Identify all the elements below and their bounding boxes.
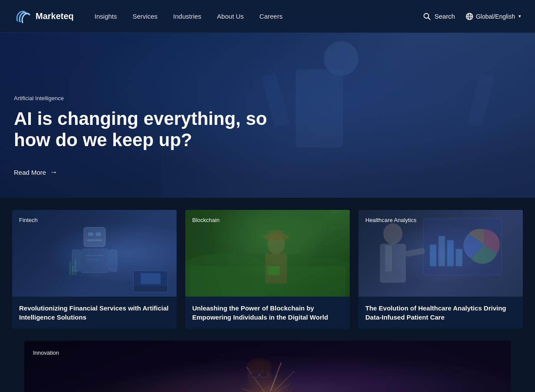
svg-rect-32	[447, 240, 454, 266]
card-fintech-image: Fintech	[12, 210, 177, 297]
svg-rect-10	[87, 239, 102, 241]
svg-rect-54	[249, 389, 270, 392]
card-healthcare-tag: Healthcare Analytics	[365, 217, 417, 223]
search-button[interactable]: Search	[423, 13, 455, 20]
nav-item-services[interactable]: Services	[133, 13, 158, 20]
svg-rect-36	[380, 244, 406, 283]
card-blockchain[interactable]: Blockchain Unleashing the Power of Block…	[185, 210, 350, 329]
cards-section: Fintech Revolutionizing Financial Servic…	[0, 198, 535, 341]
svg-rect-9	[96, 232, 101, 236]
svg-rect-27	[270, 231, 283, 238]
nav-link-services[interactable]: Services	[133, 13, 158, 20]
svg-point-35	[384, 223, 403, 244]
card-healthcare-image: Healthcare Analytics	[358, 210, 523, 297]
svg-rect-16	[69, 262, 71, 275]
card-blockchain-tag: Blockchain	[192, 217, 220, 223]
card-fintech-title: Revolutionizing Financial Services with …	[12, 297, 177, 329]
card-fintech-tag: Fintech	[19, 217, 38, 223]
hero-section: Artificial Intelligence AI is changing e…	[0, 33, 535, 198]
svg-rect-18	[75, 260, 76, 275]
nav-link-industries[interactable]: Industries	[173, 13, 201, 20]
logo-icon	[14, 9, 31, 24]
nav-item-industries[interactable]: Industries	[173, 13, 201, 20]
svg-rect-28	[268, 266, 280, 275]
nav-links: Insights Services Industries About Us Ca…	[95, 13, 423, 20]
innovation-card[interactable]: Innovation	[24, 341, 511, 392]
svg-rect-15	[109, 250, 117, 271]
nav-right: Search Global/English ▾	[423, 13, 521, 20]
language-label: Global/English	[476, 13, 515, 20]
svg-rect-8	[88, 232, 93, 236]
search-label: Search	[434, 13, 455, 20]
card-blockchain-image: Blockchain	[185, 210, 350, 297]
nav-item-careers[interactable]: Careers	[259, 13, 282, 20]
read-more-text: Read More	[14, 169, 46, 176]
navbar: Marketeq Insights Services Industries Ab…	[0, 0, 535, 33]
language-selector[interactable]: Global/English ▾	[466, 13, 521, 20]
svg-point-53	[247, 358, 272, 374]
card-fintech[interactable]: Fintech Revolutionizing Financial Servic…	[12, 210, 177, 329]
brand-name: Marketeq	[36, 11, 74, 21]
nav-item-about[interactable]: About Us	[217, 13, 244, 20]
svg-rect-31	[439, 236, 445, 266]
search-icon	[423, 13, 431, 20]
card-blockchain-title: Unleashing the Power of Blockchain by Em…	[185, 297, 350, 329]
globe-icon	[466, 13, 473, 20]
nav-link-careers[interactable]: Careers	[259, 13, 282, 20]
svg-rect-17	[72, 266, 74, 275]
nav-link-about[interactable]: About Us	[217, 13, 244, 20]
svg-rect-38	[405, 248, 426, 257]
read-more-link[interactable]: Read More →	[14, 168, 274, 177]
nav-link-insights[interactable]: Insights	[95, 13, 117, 20]
arrow-right-icon: →	[49, 168, 57, 177]
svg-rect-30	[430, 245, 437, 266]
hero-category-tag: Artificial Intelligence	[14, 95, 274, 101]
logo[interactable]: Marketeq	[14, 9, 74, 24]
hero-person-figure	[268, 33, 455, 198]
chevron-down-icon: ▾	[519, 13, 521, 19]
hero-content: Artificial Intelligence AI is changing e…	[14, 95, 274, 177]
svg-rect-11	[81, 249, 108, 273]
cards-grid: Fintech Revolutionizing Financial Servic…	[12, 210, 523, 329]
svg-line-1	[428, 17, 430, 20]
hero-title: AI is changing everything, so how do we …	[14, 108, 274, 150]
svg-rect-7	[84, 227, 105, 247]
svg-rect-37	[385, 245, 392, 271]
card-healthcare[interactable]: Healthcare Analytics The Evolution of He…	[358, 210, 523, 329]
nav-item-insights[interactable]: Insights	[95, 13, 117, 20]
svg-rect-33	[456, 249, 463, 266]
innovation-tag: Innovation	[33, 350, 59, 356]
card-healthcare-title: The Evolution of Healthcare Analytics Dr…	[358, 297, 523, 329]
innovation-section-wrapper: Innovation	[0, 341, 535, 392]
